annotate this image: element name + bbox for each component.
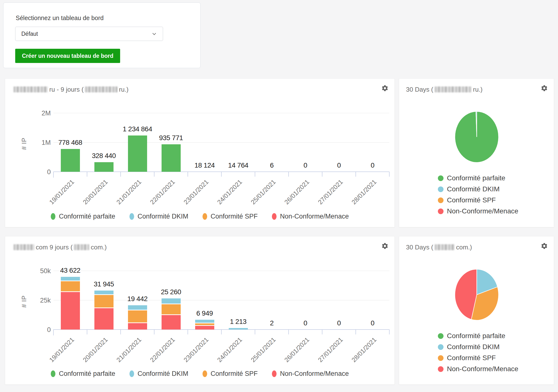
legend-item[interactable]: Conformité parfaite [438, 174, 518, 182]
bar-segment-spf[interactable] [195, 323, 214, 325]
create-dashboard-button[interactable]: Créer un nouveau tableau de bord [15, 49, 120, 63]
bar-segment-dkim[interactable] [162, 298, 181, 304]
legend-item[interactable]: Conformité parfaite [438, 332, 518, 340]
x-axis-tick [53, 172, 54, 178]
bar-value-label: 31 945 [87, 280, 121, 288]
x-axis-tick [389, 172, 390, 177]
bar[interactable] [61, 149, 80, 172]
legend-item[interactable]: Conformité parfaite [51, 370, 115, 378]
legend-label: Conformité parfaite [59, 213, 115, 220]
bar-segment-spf[interactable] [61, 281, 80, 291]
bar-segment-menace[interactable] [61, 292, 80, 330]
legend-swatch-icon [272, 370, 277, 377]
gear-icon[interactable] [541, 85, 548, 92]
bar[interactable] [195, 320, 214, 330]
bar-segment-menace[interactable] [94, 308, 114, 330]
dashboard-select-value: Défaut [21, 31, 152, 37]
bar-segment-spf[interactable] [162, 304, 181, 314]
bar[interactable] [162, 298, 181, 330]
x-axis-tick [255, 172, 255, 177]
bar-segment-menace[interactable] [195, 326, 214, 330]
legend-item[interactable]: Non-Conforme/Menace [272, 370, 349, 378]
legend-item[interactable]: Conformité SPF [203, 213, 258, 220]
legend-item[interactable]: Conformité DKIM [129, 213, 188, 220]
x-axis-tick-label: 28/01/2021 [346, 178, 378, 209]
x-axis-tick-label: 24/01/2021 [212, 178, 243, 209]
legend-item[interactable]: Non-Conforme/Menace [272, 213, 349, 220]
legend-swatch-icon [203, 370, 207, 377]
chart-title: 30 Days ( com.) [406, 242, 537, 252]
legend-item[interactable]: Non-Conforme/Menace [438, 207, 518, 215]
legend-label: Conformité DKIM [447, 343, 500, 351]
x-axis-tick-label: 26/01/2021 [279, 178, 311, 209]
bar-value-label: 1 213 [221, 318, 255, 326]
bar-segment-menace[interactable] [128, 323, 147, 330]
x-axis-tick [322, 330, 322, 334]
plot-area: 778 46819/01/2021328 44020/01/20211 234 … [53, 113, 389, 172]
bar-segment-dkim[interactable] [229, 328, 248, 330]
bar-segment-parfaite[interactable] [94, 162, 114, 172]
x-axis-tick [389, 330, 390, 334]
legend-item[interactable]: Conformité SPF [438, 196, 518, 204]
legend-label: Conformité parfaite [447, 174, 505, 182]
bar[interactable] [128, 305, 147, 330]
x-axis-tick-label: 20/01/2021 [78, 178, 109, 209]
bar-segment-dkim[interactable] [128, 305, 147, 310]
legend-swatch-icon [438, 344, 444, 350]
bar-segment-dkim[interactable] [61, 277, 80, 281]
bar[interactable] [162, 144, 181, 172]
chart-legend: Conformité parfaiteConformité DKIMConfor… [438, 332, 518, 373]
x-axis-tick-label: 22/01/2021 [145, 336, 176, 367]
bar-segment-parfaite[interactable] [61, 149, 80, 172]
bar-chart-area: # IP 50k 25k 0 43 62219/01/202131 94520/… [5, 236, 394, 384]
bar[interactable] [128, 135, 147, 172]
legend-swatch-icon [129, 370, 134, 377]
bar-chart-area: # IP 2M 1M 0 778 46819/01/2021328 44020/… [5, 79, 394, 227]
dashboard-selector-label: Sélectionnez un tableau de bord [16, 14, 104, 22]
legend-item[interactable]: Conformité DKIM [438, 343, 518, 351]
bar-value-label: 0 [356, 319, 389, 327]
legend-swatch-icon [438, 208, 444, 214]
bar[interactable] [229, 328, 248, 330]
legend-swatch-icon [438, 175, 444, 181]
x-axis-tick-label: 20/01/2021 [78, 336, 109, 367]
x-axis-tick-label: 27/01/2021 [313, 178, 344, 209]
x-axis-tick [120, 330, 121, 334]
legend-swatch-icon [129, 213, 134, 220]
legend-item[interactable]: Conformité SPF [438, 354, 518, 362]
x-axis-tick [322, 172, 322, 177]
legend-item[interactable]: Conformité DKIM [438, 185, 518, 193]
bar[interactable] [94, 291, 114, 330]
bar-segment-parfaite[interactable] [162, 144, 181, 172]
bar-chart-card-com: com 9 jours ( com.) # IP 50k 25k 0 43 62… [5, 236, 395, 385]
bar-segment-parfaite[interactable] [128, 135, 147, 172]
bar-segment-spf[interactable] [94, 295, 114, 307]
legend-label: Conformité parfaite [59, 370, 115, 378]
x-axis-tick [188, 172, 188, 177]
chart-title-text: 30 Days ( [406, 244, 433, 251]
gear-icon[interactable] [541, 242, 548, 250]
bar[interactable] [61, 277, 80, 330]
dashboard-select[interactable]: Défaut [15, 27, 163, 41]
x-axis-tick-label: 25/01/2021 [246, 336, 277, 367]
legend-item[interactable]: Conformité parfaite [51, 213, 115, 220]
bar-value-label: 6 [255, 161, 289, 169]
y-axis-tick-label: 1M [30, 139, 51, 147]
bar-segment-menace[interactable] [162, 315, 181, 330]
legend-item[interactable]: Conformité SPF [203, 370, 258, 378]
bar[interactable] [94, 162, 114, 172]
legend-item[interactable]: Conformité DKIM [129, 370, 188, 378]
bar-value-label: 14 764 [221, 161, 255, 169]
gridline [53, 113, 389, 113]
dashboard-page: { "selector": { "label": "Sélectionnez u… [0, 0, 558, 392]
bar-segment-spf[interactable] [128, 310, 147, 322]
legend-swatch-icon [438, 186, 444, 192]
x-axis-tick-label: 24/01/2021 [212, 336, 243, 367]
pie-chart-card-com: 30 Days ( com.) Conformité parfaiteConfo… [399, 236, 554, 385]
legend-swatch-icon [203, 213, 207, 220]
bar-segment-dkim[interactable] [94, 291, 114, 294]
legend-swatch-icon [438, 197, 444, 203]
legend-item[interactable]: Non-Conforme/Menace [438, 365, 518, 373]
bar-segment-dkim[interactable] [195, 320, 214, 323]
x-axis-tick-label: 26/01/2021 [279, 336, 311, 367]
